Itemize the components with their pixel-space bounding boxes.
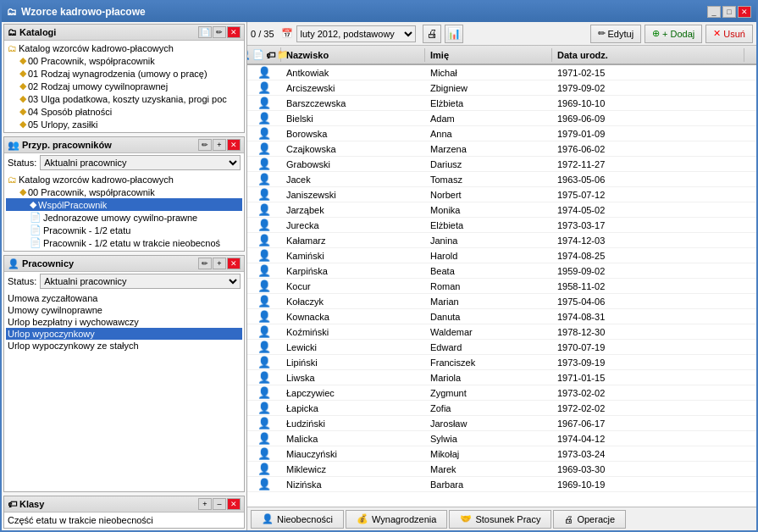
tab-stosunek-pracy[interactable]: 🤝 Stosunek Pracy xyxy=(449,510,551,529)
period-select[interactable]: luty 2012, podstawowy xyxy=(296,25,416,42)
table-row[interactable]: 👤 Łudziński Jarosław 1967-06-17 xyxy=(247,416,756,431)
table-row[interactable]: 👤 Łapicka Zofia 1972-02-02 xyxy=(247,401,756,416)
minimize-button[interactable]: _ xyxy=(707,6,721,18)
list-item[interactable]: Umowy cywilnoprawne xyxy=(6,304,242,316)
tree-item-label: Katalog wzorców kadrowo-płacowych xyxy=(19,175,174,185)
pracownicy-edit-btn[interactable]: ✏ xyxy=(198,258,212,269)
row-firstname: Mariola xyxy=(425,372,552,384)
folder-icon: ◆ xyxy=(19,106,26,117)
list-item[interactable]: ◆ 05 Urlopy, zasiłki xyxy=(6,118,242,130)
przyp-status-select[interactable]: Aktualni pracownicy xyxy=(40,155,241,170)
row-icon-cell: 👤 xyxy=(247,218,281,232)
row-icon-cell: 👤 xyxy=(247,385,281,400)
przyp-del-btn[interactable]: ✕ xyxy=(227,139,241,151)
table-row[interactable]: 👤 Kocur Roman 1958-11-02 xyxy=(247,279,756,294)
list-item[interactable]: ◆ 01 Rodzaj wynagrodzenia (umowy o pracę… xyxy=(6,67,242,80)
katalogi-add-btn[interactable]: 📄 xyxy=(198,26,212,38)
add-button[interactable]: ⊕ + Dodaj xyxy=(645,25,702,43)
person-row-icon: 👤 xyxy=(257,280,271,292)
table-row[interactable]: 👤 Nizińska Barbara 1969-10-19 xyxy=(247,477,756,492)
list-item[interactable]: 📄 Pracownik - 1/2 etatu xyxy=(6,224,242,236)
remove-button[interactable]: ✕ Usuń xyxy=(705,25,753,43)
row-firstname: Marek xyxy=(425,463,552,475)
row-birthdate: 1976-06-02 xyxy=(552,143,756,155)
person-row-icon: 👤 xyxy=(257,463,271,475)
table-row[interactable]: 👤 Karpińska Beata 1959-09-02 xyxy=(247,263,756,279)
table-row[interactable]: 👤 Kołaczyk Marian 1975-04-06 xyxy=(247,294,756,309)
tree-item-urlop-wypoczynkowy[interactable]: Urlop wypoczynkowy xyxy=(6,328,242,340)
table-row[interactable]: 👤 Malicka Sylwia 1974-04-12 xyxy=(247,431,756,446)
close-button[interactable]: ✕ xyxy=(738,6,751,18)
list-item[interactable]: ◆ 00 Pracownik, współpracownik xyxy=(6,54,242,67)
table-row[interactable]: 👤 Kamiński Harold 1974-08-25 xyxy=(247,248,756,263)
table-row[interactable]: 👤 Liwska Mariola 1971-01-15 xyxy=(247,370,756,385)
row-firstname: Sylwia xyxy=(425,433,552,445)
table-row[interactable]: 👤 Lipiński Franciszek 1973-09-19 xyxy=(247,355,756,370)
person-row-icon: 👤 xyxy=(257,249,271,262)
klasy-del-btn[interactable]: ✕ xyxy=(227,498,241,510)
list-item[interactable]: Urlop bezpłatny i wychowawczy xyxy=(6,316,242,328)
person-row-icon: 👤 xyxy=(257,173,271,186)
export-button[interactable]: 📊 xyxy=(445,25,463,43)
table-row[interactable]: 👤 Jacek Tomasz 1963-05-06 xyxy=(247,172,756,187)
table-row[interactable]: 👤 Miauczyński Mikołaj 1973-03-24 xyxy=(247,446,756,462)
table-row[interactable]: 👤 Kownacka Danuta 1974-08-31 xyxy=(247,309,756,324)
pracownicy-status-select[interactable]: Aktualni pracownicy xyxy=(40,274,241,289)
tree-item-wspol-pracownik[interactable]: ◆ WspólPracownik xyxy=(6,198,242,211)
tree-item-catalog-root[interactable]: 🗂 Katalog wzorców kadrowo-płacowych xyxy=(6,42,242,54)
list-item[interactable]: ◆ 02 Rodzaj umowy cywilnoprawnej xyxy=(6,80,242,92)
row-birthdate: 1972-02-02 xyxy=(552,402,756,414)
print-button[interactable]: 🖨 xyxy=(423,25,441,43)
klasy-add-btn[interactable]: + xyxy=(198,498,212,510)
row-icon-cell: 👤 xyxy=(247,340,281,354)
list-item[interactable]: ◆ 04 Sposób płatności xyxy=(6,105,242,118)
tab-nieobecnosci[interactable]: 👤 Nieobecności xyxy=(251,510,344,529)
table-row[interactable]: 👤 Barszczewska Elżbieta 1969-10-10 xyxy=(247,96,756,111)
katalogi-del-btn[interactable]: ✕ xyxy=(227,26,241,38)
table-row[interactable]: 👤 Jarząbek Monika 1974-05-02 xyxy=(247,202,756,218)
table-row[interactable]: 👤 Lewicki Edward 1970-07-19 xyxy=(247,340,756,355)
table-row[interactable]: 👤 Miklewicz Marek 1969-03-30 xyxy=(247,462,756,477)
pracownicy-del-btn[interactable]: ✕ xyxy=(227,258,241,269)
catalog-icon: 🗂 xyxy=(8,27,17,37)
table-row[interactable]: 👤 Kałamarz Janina 1974-12-03 xyxy=(247,233,756,248)
tab-wynagrodzenia[interactable]: 💰 Wynagrodzenia xyxy=(346,510,447,529)
table-row[interactable]: 👤 Czajkowska Marzena 1976-06-02 xyxy=(247,141,756,157)
person-row-icon: 👤 xyxy=(257,386,271,399)
row-birthdate: 1969-03-30 xyxy=(552,463,756,475)
list-item[interactable]: 📄 Pracownik - 1/2 etatu w trakcie nieobe… xyxy=(6,236,242,249)
row-icon-cell: 👤 xyxy=(247,370,281,385)
table-row[interactable]: 👤 Antkowiak Michał 1971-02-15 xyxy=(247,65,756,80)
przyp-add-btn[interactable]: + xyxy=(213,139,226,151)
person-row-icon: 👤 xyxy=(257,127,271,140)
list-item[interactable]: Urlop wypoczynkowy ze stałych xyxy=(6,340,242,352)
maximize-button[interactable]: □ xyxy=(722,6,736,18)
table-row[interactable]: 👤 Borowska Anna 1979-01-09 xyxy=(247,126,756,141)
title-bar-buttons: _ □ ✕ xyxy=(707,6,751,18)
list-item[interactable]: 📄 Jednorazowe umowy cywilno-prawne xyxy=(6,211,242,224)
klasy-edit-btn[interactable]: – xyxy=(213,498,226,510)
przyp-edit-btn[interactable]: ✏ xyxy=(198,139,212,151)
tab-operacje[interactable]: 🖨 Operacje xyxy=(553,510,626,529)
list-item[interactable]: Część etatu w trakcie nieobecności xyxy=(6,514,242,526)
katalogi-edit-btn[interactable]: ✏ xyxy=(213,26,226,38)
table-row[interactable]: 👤 Grabowski Dariusz 1972-11-27 xyxy=(247,157,756,172)
main-area: 🗂 Katalogi 📄 ✏ ✕ 🗂 Katalog wzorców kadro… xyxy=(2,22,756,530)
table-row[interactable]: 👤 Arciszewski Zbigniew 1979-09-02 xyxy=(247,80,756,96)
row-lastname: Arciszewski xyxy=(281,82,425,94)
list-item[interactable]: Umowa zyczałtowana xyxy=(6,292,242,304)
table-row[interactable]: 👤 Bielski Adam 1969-06-09 xyxy=(247,111,756,126)
main-window: 🗂 Wzorce kadrowo-płacowe _ □ ✕ 🗂 Katalog… xyxy=(0,0,758,532)
list-item[interactable]: ◆ 00 Pracownik, współpracownik xyxy=(6,186,242,198)
table-row[interactable]: 👤 Koźmiński Waldemar 1978-12-30 xyxy=(247,324,756,340)
tree-item-label: 05 Urlopy, zasiłki xyxy=(28,119,97,130)
edit-button[interactable]: ✏ Edytuj xyxy=(590,25,642,43)
table-row[interactable]: 👤 Łapczywiec Zygmunt 1973-02-02 xyxy=(247,385,756,401)
list-item[interactable]: ◆ 03 Ulga podatkowa, koszty uzyskania, p… xyxy=(6,92,242,105)
pracownicy-add-btn[interactable]: + xyxy=(213,258,226,269)
table-row[interactable]: 👤 Janiszewski Norbert 1975-07-12 xyxy=(247,187,756,202)
table-row[interactable]: 👤 Jurecka Elżbieta 1973-03-17 xyxy=(247,218,756,233)
list-item[interactable]: 🗂 Katalog wzorców kadrowo-płacowych xyxy=(6,174,242,186)
row-birthdate: 1973-03-17 xyxy=(552,219,756,231)
tree-item-label: Katalog wzorców kadrowo-płacowych xyxy=(19,43,174,53)
